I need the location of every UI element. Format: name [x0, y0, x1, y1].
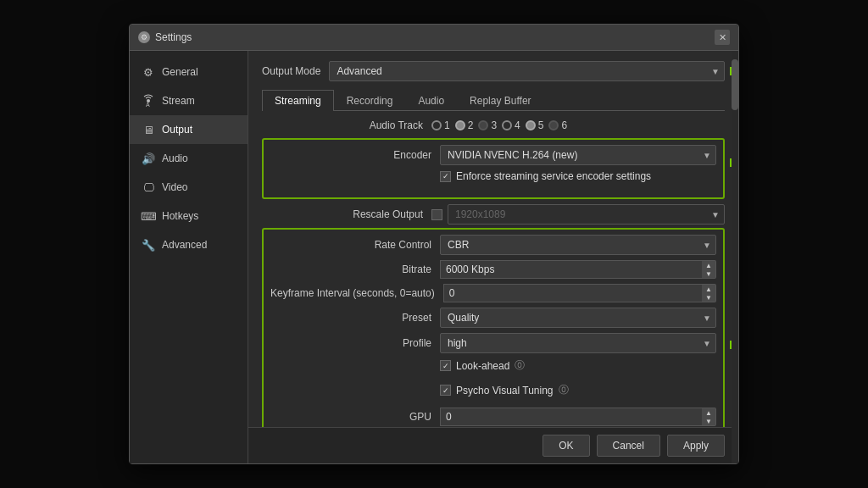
tab-streaming[interactable]: Streaming — [262, 90, 334, 111]
bitrate-input[interactable] — [440, 260, 702, 279]
preset-label: Preset — [270, 312, 440, 324]
track-6[interactable]: 6 — [548, 119, 567, 131]
close-button[interactable]: ✕ — [715, 30, 730, 45]
lookahead-checkbox[interactable] — [440, 360, 451, 371]
gpu-up[interactable]: ▲ — [702, 408, 715, 417]
encoder-label: Encoder — [270, 149, 440, 161]
radio-2[interactable] — [455, 120, 465, 130]
rate-control-label: Rate Control — [270, 239, 440, 251]
preset-select[interactable]: Quality — [440, 308, 716, 328]
sidebar-item-output[interactable]: 🖥 Output — [130, 115, 248, 144]
radio-4[interactable] — [502, 120, 512, 130]
keyframe-input[interactable] — [443, 284, 702, 302]
tab-audio[interactable]: Audio — [405, 90, 457, 111]
lookahead-help-icon[interactable]: ⓪ — [515, 358, 525, 373]
sidebar-label-audio: Audio — [162, 152, 188, 164]
scrollbar-track[interactable] — [732, 51, 738, 463]
psycho-help-icon[interactable]: ⓪ — [559, 383, 569, 397]
psycho-checkbox[interactable] — [440, 385, 451, 396]
keyframe-up[interactable]: ▲ — [702, 285, 715, 293]
track-5[interactable]: 5 — [526, 119, 544, 131]
lookahead-row: Look-ahead ⓪ — [270, 358, 716, 378]
svg-text:A: A — [146, 102, 150, 108]
ok-button[interactable]: OK — [542, 435, 589, 457]
tab-replay-buffer[interactable]: Replay Buffer — [457, 90, 544, 111]
stream-icon: A — [142, 94, 155, 108]
encoder-section-wrapper: Encoder NVIDIA NVENC H.264 (new) ▼ — [262, 138, 725, 199]
tabs: Streaming Recording Audio Replay Buffer — [262, 90, 725, 111]
window-title: Settings — [155, 31, 192, 43]
rate-section-wrapper: Rate Control CBR ▼ Bitrate — [262, 228, 725, 427]
enforce-checkbox[interactable] — [440, 171, 451, 182]
psycho-row: Psycho Visual Tuning ⓪ — [270, 383, 716, 402]
preset-wrapper: Quality ▼ — [440, 308, 716, 328]
sidebar-item-hotkeys[interactable]: ⌨ Hotkeys — [130, 202, 248, 230]
scrollbar-thumb[interactable] — [732, 59, 738, 110]
bitrate-spinner: ▲ ▼ — [702, 260, 716, 279]
wrench-icon: 🔧 — [142, 238, 155, 252]
psycho-control: Psycho Visual Tuning ⓪ — [440, 383, 716, 397]
modal-overlay: ⚙ Settings ✕ ⚙ General — [0, 0, 868, 488]
bitrate-down[interactable]: ▼ — [702, 269, 715, 278]
sidebar-label-hotkeys: Hotkeys — [162, 210, 198, 222]
encoder-select[interactable]: NVIDIA NVENC H.264 (new) — [440, 145, 716, 165]
keyframe-down[interactable]: ▼ — [702, 293, 715, 302]
preset-row: Preset Quality ▼ — [270, 308, 716, 328]
radio-6[interactable] — [548, 120, 559, 130]
gpu-down[interactable]: ▼ — [702, 417, 715, 425]
sidebar-item-stream[interactable]: A Stream — [130, 86, 248, 115]
sidebar-label-output: Output — [162, 124, 192, 136]
sidebar-label-advanced: Advanced — [162, 239, 207, 251]
sidebar-item-audio[interactable]: 🔊 Audio — [130, 144, 248, 173]
main-content: Output Mode Advanced ▼ — [248, 51, 738, 463]
rate-control-select[interactable]: CBR — [440, 235, 716, 255]
profile-select[interactable]: high — [440, 333, 716, 353]
sidebar-item-general[interactable]: ⚙ General — [130, 58, 248, 86]
window-body: ⚙ General A Stream 🖥 — [130, 51, 738, 463]
sidebar-item-advanced[interactable]: 🔧 Advanced — [130, 230, 248, 259]
bitrate-row: Bitrate ▲ ▼ — [270, 260, 716, 279]
sidebar-item-video[interactable]: 🖵 Video — [130, 173, 248, 202]
rescale-row: Rescale Output 1920x1089 ▼ — [262, 204, 725, 225]
keyframe-label: Keyframe Interval (seconds, 0=auto) — [270, 287, 443, 299]
track-3[interactable]: 3 — [478, 119, 497, 131]
keyboard-icon: ⌨ — [142, 209, 155, 223]
rescale-label: Rescale Output — [262, 208, 431, 220]
bottom-bar: OK Cancel Apply — [248, 427, 738, 463]
audio-icon: 🔊 — [142, 152, 155, 165]
profile-row: Profile high ▼ — [270, 333, 716, 353]
profile-wrapper: high ▼ — [440, 333, 716, 353]
track-2[interactable]: 2 — [455, 119, 474, 131]
rescale-control: 1920x1089 ▼ — [431, 204, 725, 225]
tab-recording[interactable]: Recording — [334, 90, 406, 111]
keyframe-spinner: ▲ ▼ — [702, 284, 716, 302]
radio-3[interactable] — [478, 120, 488, 130]
video-icon: 🖵 — [142, 180, 155, 194]
settings-window: ⚙ Settings ✕ ⚙ General — [129, 24, 739, 464]
bitrate-up[interactable]: ▲ — [702, 261, 715, 269]
psycho-label: Psycho Visual Tuning — [456, 385, 554, 396]
enforce-row: Enforce streaming service encoder settin… — [270, 170, 716, 187]
gpu-label: GPU — [270, 411, 440, 423]
output-mode-select[interactable]: Advanced — [329, 61, 725, 81]
title-bar: ⚙ Settings ✕ — [130, 25, 738, 51]
gpu-input[interactable] — [440, 408, 702, 426]
audio-track-label: Audio Track — [262, 119, 431, 131]
keyframe-row: Keyframe Interval (seconds, 0=auto) ▲ ▼ — [270, 284, 716, 302]
rescale-checkbox[interactable] — [431, 209, 442, 220]
track-4[interactable]: 4 — [502, 119, 520, 131]
rescale-select[interactable]: 1920x1089 — [448, 204, 725, 225]
encoder-section: Encoder NVIDIA NVENC H.264 (new) ▼ — [262, 138, 725, 199]
radio-1[interactable] — [431, 120, 442, 130]
output-mode-label: Output Mode — [262, 65, 320, 77]
apply-button[interactable]: Apply — [667, 435, 725, 457]
keyframe-control: ▲ ▼ — [443, 284, 716, 302]
cancel-button[interactable]: Cancel — [597, 435, 660, 457]
monitor-icon: 🖥 — [142, 123, 155, 136]
rate-section: Rate Control CBR ▼ Bitrate — [262, 228, 725, 427]
output-mode-wrapper: Advanced ▼ — [329, 61, 725, 81]
audio-tracks: 1 2 3 4 — [431, 119, 567, 131]
radio-5[interactable] — [526, 120, 536, 130]
rate-control-wrapper: CBR ▼ — [440, 235, 716, 255]
track-1[interactable]: 1 — [431, 119, 450, 131]
